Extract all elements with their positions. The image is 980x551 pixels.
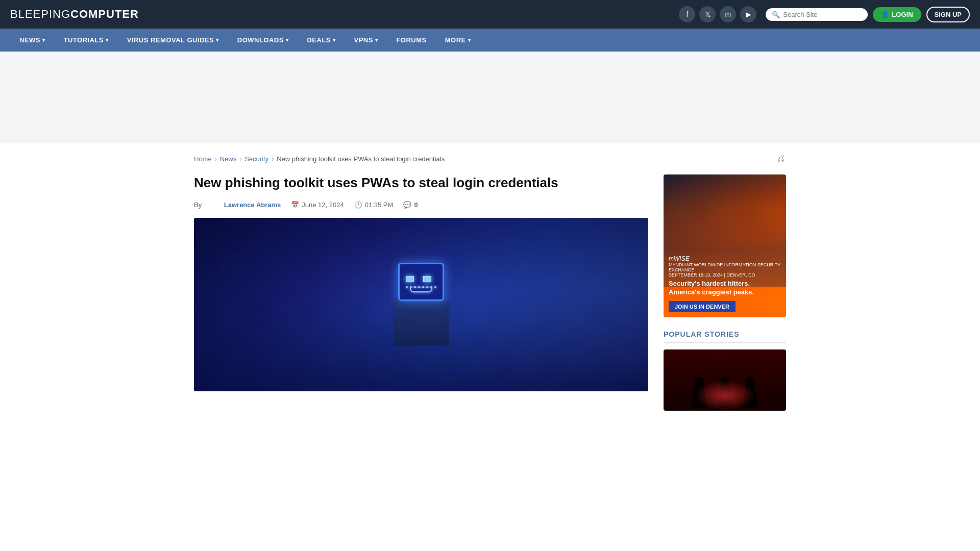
mastodon-icon[interactable]: m xyxy=(720,6,736,22)
author-by: By xyxy=(194,201,202,209)
twitter-icon[interactable]: 𝕏 xyxy=(699,6,716,22)
nav-downloads[interactable]: DOWNLOADS ▾ xyxy=(228,29,298,52)
chevron-down-icon: ▾ xyxy=(106,37,109,43)
content-wrapper: Home › News › Security › New phishing to… xyxy=(184,143,796,421)
popular-stories: POPULAR STORIES xyxy=(664,330,786,411)
nav-news[interactable]: NEWS ▾ xyxy=(10,29,55,52)
clock-icon: 🕐 xyxy=(354,201,362,209)
robot-eye-left xyxy=(406,276,414,282)
youtube-icon[interactable]: ▶ xyxy=(740,6,756,22)
robot-body xyxy=(393,300,449,346)
search-icon: 🔍 xyxy=(772,11,780,18)
breadcrumb-current: New phishing toolkit uses PWAs to steal … xyxy=(277,155,445,163)
ad-banner xyxy=(0,52,980,143)
popular-stories-heading: POPULAR STORIES xyxy=(664,330,786,343)
author-link[interactable]: Lawrence Abrams xyxy=(224,201,281,209)
comment-icon: 💬 xyxy=(403,201,411,209)
ad-content: mWISE MANDIANT WORLDWIDE INFORMATION SEC… xyxy=(664,250,786,317)
comment-count[interactable]: 0 xyxy=(414,201,418,209)
breadcrumb-security[interactable]: Security xyxy=(244,155,268,163)
robot-eye-right xyxy=(423,276,431,282)
article-section: New phishing toolkit uses PWAs to steal … xyxy=(194,174,648,411)
nav-forums[interactable]: FORUMS xyxy=(387,29,435,52)
chevron-down-icon: ▾ xyxy=(333,37,336,43)
chevron-down-icon: ▾ xyxy=(216,37,219,43)
header-right: f 𝕏 m ▶ 🔍 👤 LOGIN SIGN UP xyxy=(679,6,970,22)
nav-vpns[interactable]: VPNS ▾ xyxy=(345,29,387,52)
article-meta: By Lawrence Abrams 📅 June 12, 2024 🕐 01:… xyxy=(194,201,648,209)
breadcrumb-home[interactable]: Home xyxy=(194,155,212,163)
hacker-glow xyxy=(694,380,755,411)
breadcrumb-sep: › xyxy=(215,156,217,163)
nav-virus-removal[interactable]: VIRUS REMOVAL GUIDES ▾ xyxy=(118,29,228,52)
breadcrumb-news[interactable]: News xyxy=(220,155,237,163)
signup-button[interactable]: SIGN UP xyxy=(926,7,970,22)
comment-meta: 💬 0 xyxy=(403,201,418,209)
article-title: New phishing toolkit uses PWAs to steal … xyxy=(194,174,648,192)
sidebar: mWISE MANDIANT WORLDWIDE INFORMATION SEC… xyxy=(664,174,786,411)
breadcrumb: Home › News › Security › New phishing to… xyxy=(194,154,786,164)
sidebar-ad[interactable]: mWISE MANDIANT WORLDWIDE INFORMATION SEC… xyxy=(664,174,786,317)
article-hero-image xyxy=(194,218,648,391)
top-header: BLEEPINGCOMPUTER f 𝕏 m ▶ 🔍 👤 LOGIN SIGN … xyxy=(0,0,980,29)
robot-eyes xyxy=(406,276,436,282)
robot-face xyxy=(406,272,436,292)
nav-deals[interactable]: DEALS ▾ xyxy=(298,29,345,52)
robot-smile xyxy=(410,288,432,292)
ad-cta-button[interactable]: JOIN US IN DENVER xyxy=(669,301,736,312)
publish-date: 📅 June 12, 2024 xyxy=(291,201,344,209)
ad-tagline: Security's hardest hitters. America's cr… xyxy=(669,280,781,297)
user-icon: 👤 xyxy=(881,11,889,18)
ad-logo: mWISE MANDIANT WORLDWIDE INFORMATION SEC… xyxy=(669,255,781,278)
chevron-down-icon: ▾ xyxy=(42,37,45,43)
breadcrumb-sep: › xyxy=(272,156,274,163)
popular-story-image[interactable] xyxy=(664,349,786,411)
login-button[interactable]: 👤 LOGIN xyxy=(873,7,921,22)
chevron-down-icon: ▾ xyxy=(468,37,471,43)
chevron-down-icon: ▾ xyxy=(286,37,289,43)
search-bar: 🔍 xyxy=(766,8,868,21)
chevron-down-icon: ▾ xyxy=(375,37,378,43)
site-logo[interactable]: BLEEPINGCOMPUTER xyxy=(10,8,139,21)
publish-time: 🕐 01:35 PM xyxy=(354,201,394,209)
search-input[interactable] xyxy=(783,11,862,18)
facebook-icon[interactable]: f xyxy=(679,6,695,22)
breadcrumb-sep: › xyxy=(239,156,241,163)
calendar-icon: 📅 xyxy=(291,201,299,209)
robot-figure xyxy=(393,263,449,346)
print-icon[interactable]: 🖨 xyxy=(777,154,786,164)
main-nav: NEWS ▾ TUTORIALS ▾ VIRUS REMOVAL GUIDES … xyxy=(0,29,980,52)
nav-tutorials[interactable]: TUTORIALS ▾ xyxy=(55,29,118,52)
nav-more[interactable]: MORE ▾ xyxy=(436,29,480,52)
social-icons: f 𝕏 m ▶ xyxy=(679,6,756,22)
robot-head xyxy=(398,263,444,301)
main-layout: New phishing toolkit uses PWAs to steal … xyxy=(194,174,786,411)
